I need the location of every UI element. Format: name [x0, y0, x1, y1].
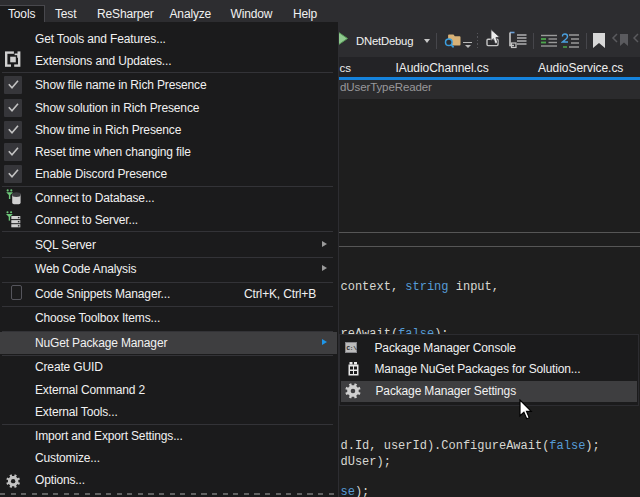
- svg-text:C:\: C:\: [346, 345, 357, 352]
